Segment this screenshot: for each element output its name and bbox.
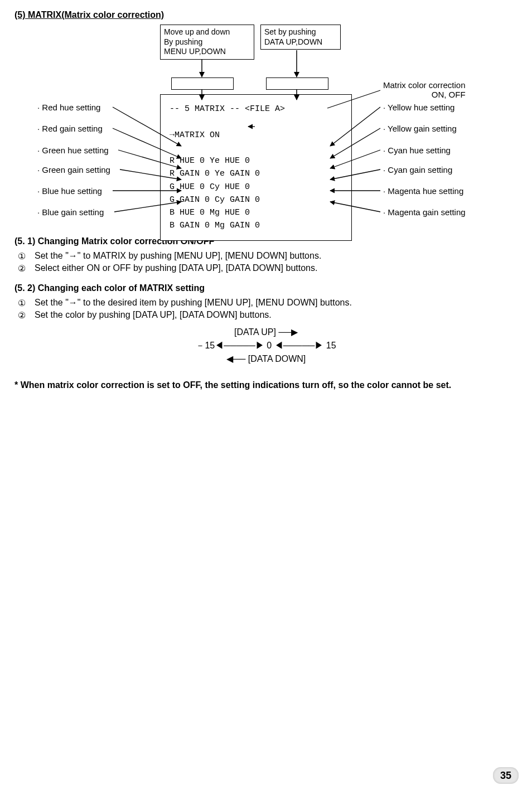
label-yellow-gain: · Yellow gain setting xyxy=(383,124,457,133)
section-title: (5) MATRIX(Matrix color correction) xyxy=(14,10,518,20)
hint-menu-updown: Move up and down By pushing MENU UP,DOWN xyxy=(160,25,254,60)
step-marker-2: ② xyxy=(18,310,26,321)
label-cyan-hue: · Cyan hue setting xyxy=(383,146,451,155)
subsection-5-1-steps: ①Set the "→" to MATRIX by pushing [MENU … xyxy=(14,251,518,273)
step-text: Set the color by pushing [DATA UP], [DAT… xyxy=(35,310,272,319)
subsection-5-2-title: (5. 2) Changing each color of MATRIX set… xyxy=(14,283,518,293)
subsection-5-2-steps: ①Set the "→" to the desired item by push… xyxy=(14,298,518,320)
menu-target-box xyxy=(171,77,234,90)
step-text: Set the "→" to MATRIX by pushing [MENU U… xyxy=(35,251,321,260)
data-down-label: ◀── [DATA DOWN] xyxy=(166,352,366,366)
label-magenta-hue: · Magenta hue setting xyxy=(383,186,463,196)
label-blue-gain: · Blue gain setting xyxy=(37,207,104,217)
label-yellow-hue: · Yellow hue setting xyxy=(383,103,454,112)
data-up-label: [DATA UP] ──▶ xyxy=(166,326,366,339)
data-target-box xyxy=(266,77,328,90)
diagram: Move up and down By pushing MENU UP,DOWN… xyxy=(15,25,517,225)
data-range-diagram: [DATA UP] ──▶ －15◀─────▶ 0 ◀─────▶ 15 ◀─… xyxy=(166,326,366,366)
label-green-hue: · Green hue setting xyxy=(37,146,109,155)
footnote: * When matrix color correction is set to… xyxy=(14,380,518,390)
menu-screen: -- 5 MATRIX -- <FILE A> →MATRIX ON R HUE… xyxy=(160,94,352,241)
label-red-gain: · Red gain setting xyxy=(37,124,103,133)
step-marker-1: ① xyxy=(18,251,26,261)
step-marker-1: ① xyxy=(18,298,26,308)
step-text: Select either ON or OFF by pushing [DATA… xyxy=(35,263,317,273)
label-blue-hue: · Blue hue setting xyxy=(37,186,102,196)
label-matrix-onoff: Matrix color correction ON, OFF xyxy=(383,80,466,99)
data-range-scale: －15◀─────▶ 0 ◀─────▶ 15 xyxy=(166,339,366,352)
label-red-hue: · Red hue setting xyxy=(37,103,100,112)
label-cyan-gain: · Cyan gain setting xyxy=(383,165,452,174)
label-magenta-gain: · Magenta gain setting xyxy=(383,207,466,217)
hint-data-updown: Set by pushing DATA UP,DOWN xyxy=(260,25,341,50)
step-text: Set the "→" to the desired item by pushi… xyxy=(35,298,352,307)
step-marker-2: ② xyxy=(18,263,26,274)
label-green-gain: · Green gain setting xyxy=(37,165,110,174)
